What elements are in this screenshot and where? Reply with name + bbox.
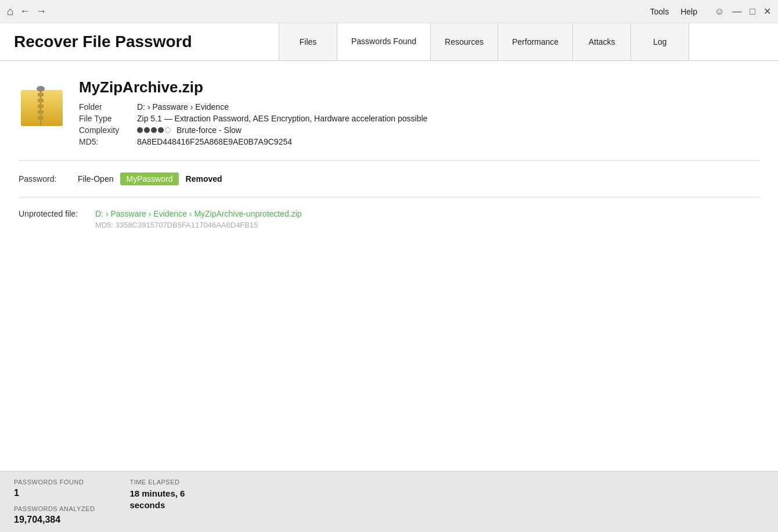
tab-passwords-found[interactable]: Passwords Found	[337, 23, 431, 60]
filename: MyZipArchive.zip	[79, 78, 759, 96]
close-icon[interactable]: ✕	[763, 6, 771, 17]
time-elapsed-group: TIME ELAPSED 18 minutes, 6seconds	[129, 479, 185, 525]
complexity-text: Brute-force - Slow	[177, 125, 242, 135]
main-content: MyZipArchive.zip Folder D: › Passware › …	[0, 61, 778, 471]
time-elapsed-label: TIME ELAPSED	[129, 479, 185, 486]
dot-3	[151, 127, 157, 133]
passwords-analyzed-value: 19,704,384	[14, 515, 95, 525]
file-details: MyZipArchive.zip Folder D: › Passware › …	[79, 78, 759, 146]
password-status: Removed	[186, 174, 222, 184]
app-title: Recover File Password	[0, 23, 279, 60]
filetype-value: Zip 5.1 — Extraction Password, AES Encry…	[137, 114, 759, 123]
folder-label: Folder	[79, 102, 137, 112]
tab-bar: Files Passwords Found Resources Performa…	[279, 23, 778, 60]
title-bar-left: ⌂ ← →	[7, 5, 46, 18]
dot-4	[158, 127, 164, 133]
unprotected-md5-value: 3358C3915707DB5FA117046AA6D4FB15	[116, 221, 258, 229]
status-bar: PASSWORDS FOUND 1 PASSWORDS ANALYZED 19,…	[0, 471, 778, 532]
unprotected-label: Unprotected file:	[19, 209, 88, 218]
title-bar: ⌂ ← → Tools Help ☺ — □ ✕	[0, 0, 778, 23]
app-header: Recover File Password Files Passwords Fo…	[0, 23, 778, 61]
tab-files[interactable]: Files	[279, 23, 337, 60]
forward-icon[interactable]: →	[36, 5, 46, 17]
filetype-label: File Type	[79, 114, 137, 123]
tab-resources[interactable]: Resources	[431, 23, 498, 60]
md5-label: MD5:	[79, 137, 137, 146]
window-controls: ☺ — □ ✕	[715, 6, 771, 17]
svg-rect-6	[38, 110, 44, 114]
password-section: Password: File-Open MyPassword Removed	[19, 161, 759, 197]
unprotected-row: Unprotected file: D: › Passware › Eviden…	[19, 209, 759, 229]
dot-5	[165, 127, 171, 133]
unprotected-md5: MD5: 3358C3915707DB5FA117046AA6D4FB15	[95, 221, 302, 229]
maximize-icon[interactable]: □	[750, 6, 755, 17]
complexity-label: Complexity	[79, 125, 137, 135]
tab-attacks[interactable]: Attacks	[573, 23, 631, 60]
tab-log[interactable]: Log	[631, 23, 689, 60]
folder-value: D: › Passware › Evidence	[137, 102, 759, 112]
passwords-found-value: 1	[14, 488, 95, 498]
smiley-icon[interactable]: ☺	[715, 6, 724, 17]
svg-rect-7	[38, 116, 44, 120]
home-icon[interactable]: ⌂	[7, 5, 14, 18]
md5-value: 8A8ED448416F25A868E9AE0B7A9C9254	[137, 137, 759, 146]
password-label: Password:	[19, 174, 71, 184]
unprotected-section: Unprotected file: D: › Passware › Eviden…	[19, 197, 759, 241]
complexity-value: Brute-force - Slow	[137, 125, 759, 135]
dot-1	[137, 127, 143, 133]
passwords-found-label: PASSWORDS FOUND	[14, 479, 95, 486]
svg-rect-5	[38, 105, 44, 108]
svg-rect-4	[38, 99, 44, 102]
tab-performance[interactable]: Performance	[498, 23, 573, 60]
unprotected-md5-prefix: MD5:	[95, 221, 113, 229]
passwords-found-group: PASSWORDS FOUND 1 PASSWORDS ANALYZED 19,…	[14, 479, 95, 525]
passwords-analyzed-label: PASSWORDS ANALYZED	[14, 505, 95, 512]
file-meta: Folder D: › Passware › Evidence File Typ…	[79, 102, 759, 146]
found-password-badge: MyPassword	[120, 172, 178, 185]
file-icon	[19, 78, 65, 131]
unprotected-file-info: D: › Passware › Evidence › MyZipArchive-…	[95, 209, 302, 229]
complexity-dots	[137, 127, 171, 133]
title-bar-right: Tools Help ☺ — □ ✕	[650, 6, 772, 17]
time-elapsed-value: 18 minutes, 6seconds	[129, 488, 185, 511]
svg-rect-3	[38, 93, 44, 96]
menu-tools[interactable]: Tools	[650, 7, 669, 16]
file-info: MyZipArchive.zip Folder D: › Passware › …	[19, 78, 759, 161]
password-type: File-Open	[78, 174, 113, 184]
dot-2	[144, 127, 150, 133]
menu-help[interactable]: Help	[680, 7, 697, 16]
unprotected-path[interactable]: D: › Passware › Evidence › MyZipArchive-…	[95, 209, 302, 218]
back-icon[interactable]: ←	[20, 5, 30, 17]
password-row: Password: File-Open MyPassword Removed	[19, 172, 759, 185]
svg-point-8	[37, 86, 45, 92]
minimize-icon[interactable]: —	[732, 6, 741, 17]
